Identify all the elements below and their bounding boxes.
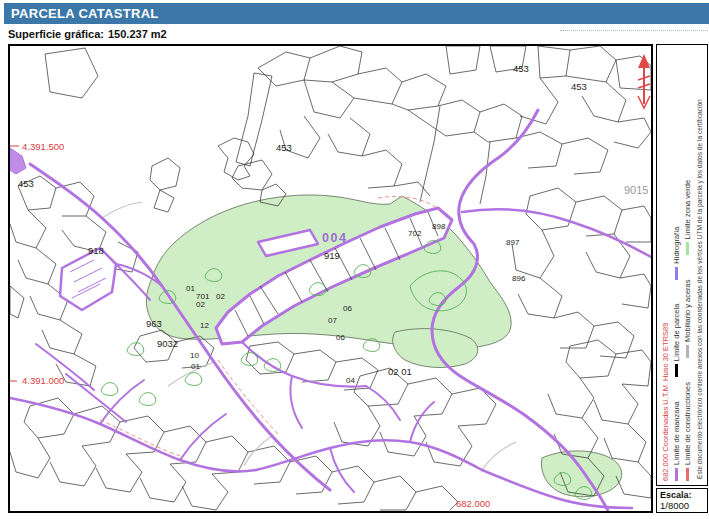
- legend-swatch-icon: [686, 243, 689, 256]
- map-label: 919: [324, 250, 340, 261]
- parcela-catastral-document: { "header": { "title": "PARCELA CATASTRA…: [0, 0, 709, 519]
- north-arrow-icon: [638, 54, 650, 108]
- scale-box: Escala: 1/8000: [656, 488, 708, 513]
- legend-item: Mobiliario y aceras: [683, 280, 692, 359]
- legend-item: Límite zona verde: [683, 180, 692, 256]
- legend-label: Mobiliario y aceras: [683, 280, 692, 343]
- map-label: 02: [196, 300, 205, 309]
- utm-coordinates-note: 682.000 Coordenadas U.T.M. Huso 30 ETRS8…: [661, 323, 671, 481]
- legend-label: Límite de parcela: [672, 304, 681, 362]
- graphic-area-line: Superficie gráfica:150.237 m2: [8, 28, 167, 40]
- legend-line-2: Límite de construccionesMobiliario y ace…: [683, 156, 693, 481]
- map-label: 06: [343, 304, 352, 313]
- legend-label: Hidrografía: [672, 227, 681, 264]
- map-label: 01: [191, 362, 200, 371]
- dotted-rule: [560, 30, 708, 31]
- legend-swatch-icon: [686, 345, 689, 358]
- map-label: 004: [322, 231, 347, 245]
- legend-panel: 682.000 Coordenadas U.T.M. Huso 30 ETRS8…: [656, 44, 708, 486]
- map-label: 918: [88, 245, 104, 256]
- map-label: 897: [506, 238, 520, 247]
- scale-value: 1/8000: [660, 500, 707, 511]
- map-label: 01: [186, 284, 195, 293]
- certification-disclaimer: Este documento electrónico contiene anex…: [695, 99, 705, 479]
- graphic-area-value: 150.237 m2: [108, 28, 167, 40]
- legend-label: Límite zona verde: [683, 180, 692, 240]
- legend-item: Hidrografía: [672, 227, 681, 280]
- map-label: 453: [513, 63, 529, 74]
- legend-swatch-icon: [686, 468, 689, 481]
- map-label: 06: [336, 333, 345, 342]
- map-label: 10: [190, 351, 199, 360]
- page-title: PARCELA CATASTRAL: [4, 3, 709, 24]
- legend-label: Límite de manzana: [672, 401, 681, 465]
- map-label: 9015: [624, 184, 648, 196]
- map-label: 02: [216, 292, 225, 301]
- map-label: 9032: [157, 338, 178, 349]
- legend-item: Límite de parcela: [672, 304, 681, 378]
- legend-swatch-icon: [675, 364, 678, 377]
- legend-swatch-icon: [675, 468, 678, 481]
- map-label: 4.391.000: [22, 375, 64, 386]
- scale-label: Escala:: [660, 490, 707, 500]
- map-label: 12: [200, 321, 209, 330]
- cadastral-map: 4534534534539189639032017010202121001004…: [10, 46, 651, 511]
- map-label: 04: [346, 376, 355, 385]
- map-label: 07: [328, 316, 337, 325]
- legend-line-1: Límite de manzanaLímite de parcelaHidrog…: [672, 203, 682, 481]
- map-label: 453: [571, 81, 587, 92]
- legend-item: Límite de manzana: [672, 401, 681, 481]
- legend-swatch-icon: [675, 267, 678, 280]
- map-label: 896: [512, 274, 526, 283]
- map-label: 898: [432, 222, 446, 231]
- map-label: 453: [276, 142, 292, 153]
- cadastral-map-frame: 4534534534539189639032017010202121001004…: [8, 44, 653, 513]
- graphic-area-label: Superficie gráfica:: [8, 28, 104, 40]
- map-label: 02 01: [388, 366, 412, 377]
- map-label: 4.391.500: [22, 141, 64, 152]
- map-label: 963: [146, 318, 162, 329]
- map-label: 702: [408, 229, 422, 238]
- map-label: 453: [18, 178, 34, 189]
- legend-label: Límite de construcciones: [683, 382, 692, 465]
- map-label: 682.000: [456, 498, 490, 509]
- legend-item: Límite de construcciones: [683, 382, 692, 481]
